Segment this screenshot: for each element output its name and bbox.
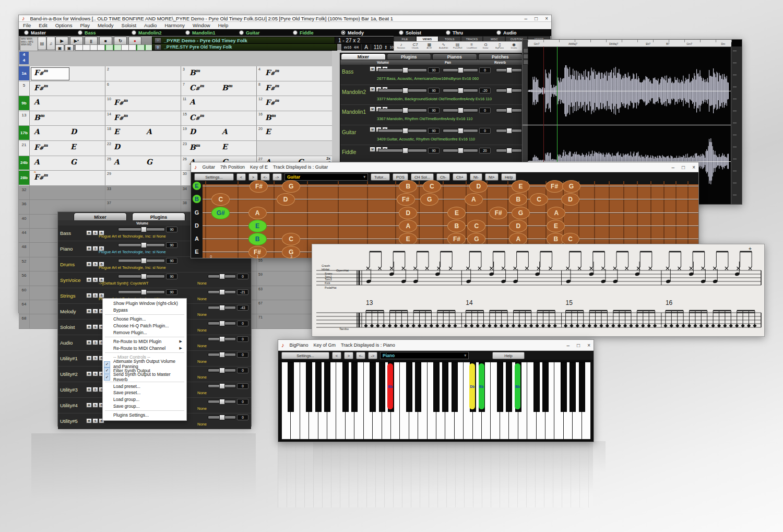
pan-thumb[interactable] xyxy=(219,399,225,405)
menu-item[interactable]: Load group... xyxy=(103,396,186,403)
section-marker[interactable]: 17b xyxy=(19,126,29,140)
menu-melody[interactable]: Melody xyxy=(98,22,114,28)
guitar-button-nt[interactable]: Nt- xyxy=(470,173,482,181)
mute-button[interactable]: M xyxy=(86,387,92,392)
fret-note[interactable]: B xyxy=(447,220,466,232)
section-marker[interactable]: 9b xyxy=(19,96,29,110)
chord-cell[interactable]: 25AG xyxy=(105,156,181,171)
pan-thumb[interactable] xyxy=(458,148,464,153)
style-field[interactable]: ⚲ _PYRE.STY Pyre Old Timey Folk xyxy=(152,43,337,51)
piano-nav-button[interactable]: < xyxy=(332,352,341,359)
fret-note[interactable]: G xyxy=(282,180,300,193)
solo-button[interactable]: S xyxy=(92,418,98,423)
plugin-slot2[interactable]: None xyxy=(197,359,207,364)
track-button-mandolin1[interactable]: Mandolin1 xyxy=(185,29,216,36)
chord-cell[interactable] xyxy=(256,141,332,156)
plugins-track-name[interactable]: Piano xyxy=(60,246,86,252)
solo-button[interactable]: S xyxy=(92,293,98,298)
mute-button[interactable]: M xyxy=(370,107,375,112)
solo-button[interactable]: S xyxy=(92,356,98,361)
tempo-spinner[interactable]: ▲▼ xyxy=(385,45,387,49)
chord-cell[interactable]: F#m xyxy=(29,66,105,81)
menu-harmony[interactable]: Harmony xyxy=(164,22,185,28)
solo-button[interactable]: S xyxy=(92,324,98,329)
chord-cell[interactable]: 8F#m xyxy=(256,81,332,96)
fret-note[interactable]: D xyxy=(277,193,295,206)
solo-button[interactable]: S xyxy=(92,371,98,376)
black-key[interactable] xyxy=(452,362,458,412)
chord-cell[interactable]: 23BmE xyxy=(181,141,256,156)
mute-button[interactable]: M xyxy=(370,127,375,132)
fret-note[interactable]: C xyxy=(530,193,548,206)
plugin-name[interactable]: Plogue Art et Technologie, Inc: sl None xyxy=(99,250,203,254)
mixer-track-name[interactable]: Mandolin2 xyxy=(342,89,369,95)
pan-thumb[interactable] xyxy=(219,352,225,358)
black-key[interactable] xyxy=(579,362,585,412)
plugin-slot2[interactable]: None xyxy=(197,391,207,395)
close-button[interactable]: × xyxy=(545,16,548,21)
menu-item[interactable]: Attenuate Synth Output Volume and Pannin… xyxy=(103,361,186,368)
minimize-button[interactable]: – xyxy=(525,16,528,21)
black-key[interactable] xyxy=(342,362,349,412)
ribbon-icon-leadsheet[interactable]: ≡LeadSheet xyxy=(465,42,479,51)
guitar-button-nt[interactable]: Nt+ xyxy=(485,173,499,181)
black-key[interactable] xyxy=(533,362,540,412)
piano-maximize-button[interactable]: □ xyxy=(577,342,580,348)
plugins-track-name[interactable]: Utility#3 xyxy=(60,387,86,393)
reverb-thumb[interactable] xyxy=(506,148,512,153)
black-key[interactable] xyxy=(561,362,567,412)
piano-nav-button[interactable]: -> xyxy=(368,352,377,359)
piano-settings-button[interactable]: Settings... xyxy=(281,352,329,359)
menu-item[interactable]: Choose Hi-Q Patch Plugin... xyxy=(103,323,186,329)
section-marker[interactable]: 24b xyxy=(19,156,29,170)
chord-cell[interactable]: 2 xyxy=(105,66,181,81)
plugin-name[interactable]: Plogue Art et Technologie, Inc: sl None xyxy=(99,234,203,239)
black-key[interactable] xyxy=(406,362,412,412)
menu-item[interactable]: Re-Route to MIDI Channel▶ xyxy=(103,345,186,352)
menu-item[interactable]: Load preset... xyxy=(103,383,186,390)
black-key[interactable] xyxy=(415,362,421,412)
black-key[interactable] xyxy=(315,362,322,412)
reverb-thumb[interactable] xyxy=(506,108,512,113)
fret-note[interactable]: F# xyxy=(250,180,268,193)
track-button-fiddle[interactable]: Fiddle xyxy=(293,29,314,36)
menu-item[interactable]: Save group... xyxy=(103,403,186,409)
menu-play[interactable]: Play xyxy=(80,22,89,28)
plugin-name[interactable]: ->[Default Synth]: CoyoteWT xyxy=(99,281,203,286)
mixer-track-name[interactable]: Guitar xyxy=(342,129,369,135)
plugin-name[interactable]: Plogue Art et Technologie, Inc: sl None xyxy=(99,265,203,270)
menu-edit[interactable]: Edit xyxy=(39,22,47,28)
pan-thumb[interactable] xyxy=(458,128,464,134)
chord-cell[interactable]: 20E xyxy=(256,126,332,140)
menu-help[interactable]: Help xyxy=(218,22,229,28)
guitar-button-ch[interactable]: Ch+ xyxy=(453,173,467,181)
track-button-audio[interactable]: Audio xyxy=(496,29,517,36)
black-key[interactable] xyxy=(351,362,358,412)
reverb-thumb[interactable] xyxy=(506,128,512,134)
plugins-track-name[interactable]: Soloist xyxy=(60,324,86,330)
piano-keyboard[interactable]: BbDbEbBb xyxy=(278,360,594,442)
plugin-slot2[interactable]: None xyxy=(197,328,207,333)
fret-note[interactable]: E xyxy=(447,207,466,219)
guitar-button-chsol[interactable]: CH Sol... xyxy=(411,173,434,181)
ribbon-icon-acw[interactable]: ▦ACW xyxy=(422,42,436,51)
solo-button[interactable]: S xyxy=(92,387,98,392)
piano-help-button[interactable]: Help xyxy=(492,352,525,359)
pan-thumb[interactable] xyxy=(219,321,225,326)
pan-thumb[interactable] xyxy=(219,305,225,311)
ribbon-tab-misc[interactable]: MISC xyxy=(483,36,505,41)
solo-button[interactable]: S xyxy=(92,262,98,267)
fret-note[interactable]: B xyxy=(248,233,267,245)
menu-item[interactable]: Remove Plugin... xyxy=(103,329,186,336)
plugin-slot2[interactable]: None xyxy=(197,281,207,286)
fret-note[interactable]: G# xyxy=(211,207,230,219)
guitar-close-button[interactable]: × xyxy=(692,164,695,170)
fret-note[interactable]: C xyxy=(423,180,441,193)
chord-cell[interactable]: 3Bm xyxy=(181,66,256,81)
menu-item[interactable]: Save preset... xyxy=(103,389,186,396)
track-button-mandolin2[interactable]: Mandolin2 xyxy=(132,29,162,36)
mute-button[interactable]: M xyxy=(86,277,92,282)
volume-thumb[interactable] xyxy=(141,274,147,279)
fret-note[interactable]: C xyxy=(467,220,485,232)
fret-note[interactable]: G xyxy=(512,207,530,219)
